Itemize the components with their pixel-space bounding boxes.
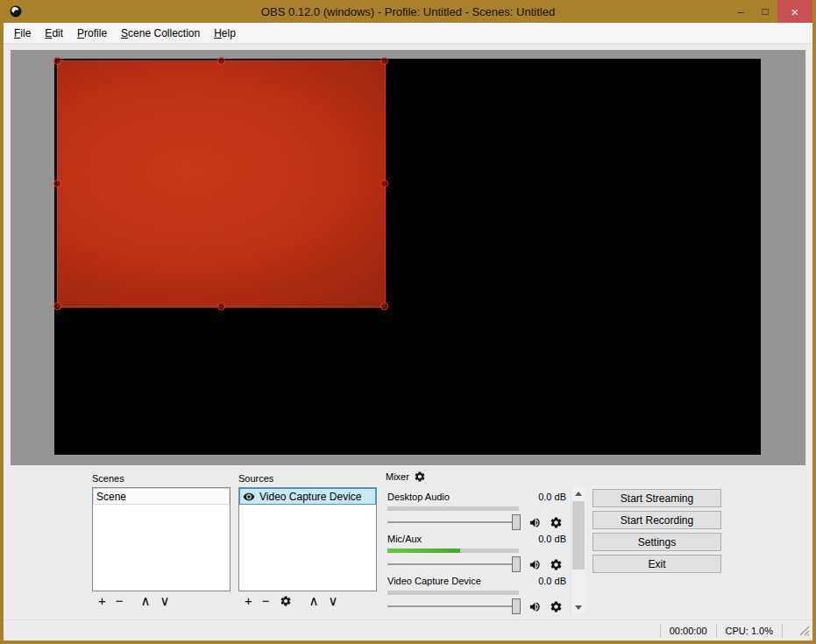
volume-meter [387, 548, 519, 553]
channel-level: 0.0 dB [538, 534, 566, 544]
mute-speaker-icon[interactable] [529, 516, 542, 529]
resize-handle-top-left[interactable] [53, 57, 61, 65]
mixer-settings-gear-icon[interactable] [414, 471, 426, 483]
scenes-label-text: Scenes [92, 473, 124, 484]
mixer-scrollbar[interactable] [571, 487, 585, 614]
scroll-down-arrow-icon[interactable] [571, 601, 585, 614]
remove-source-icon[interactable]: − [262, 595, 270, 607]
cpu-usage: CPU: 1.0% [726, 626, 773, 636]
minimize-button[interactable]: – [728, 0, 753, 23]
start-streaming-button[interactable]: Start Streaming [592, 489, 721, 507]
channel-settings-gear-icon[interactable] [550, 558, 563, 571]
move-source-up-icon[interactable]: ∧ [309, 595, 319, 607]
resize-handle-bottom-left[interactable] [53, 302, 61, 310]
start-recording-button[interactable]: Start Recording [592, 511, 721, 529]
resize-grip[interactable] [798, 625, 810, 636]
add-scene-icon[interactable]: + [98, 595, 106, 607]
statusbar-separator [716, 624, 717, 638]
menu-file[interactable]: File [7, 23, 38, 43]
channel-name: Mic/Aux [387, 534, 422, 544]
sources-toolbar: + − ∧ ∨ [238, 593, 338, 609]
menu-scene-collection[interactable]: Scene Collection [114, 23, 207, 43]
volume-slider-handle[interactable] [512, 556, 521, 572]
close-button[interactable]: × [777, 0, 812, 23]
statusbar-separator [782, 624, 783, 638]
mixer-label: Mixer [386, 471, 426, 483]
menubar: File Edit Profile Scene Collection Help [4, 23, 812, 44]
channel-level: 0.0 dB [538, 492, 566, 502]
menu-profile-label: Profile [77, 27, 107, 39]
exit-button[interactable]: Exit [592, 555, 721, 573]
resize-handle-middle-right[interactable] [380, 180, 388, 188]
source-properties-gear-icon[interactable] [280, 595, 292, 607]
scenes-list[interactable]: Scene [92, 487, 231, 591]
channel-settings-gear-icon[interactable] [550, 600, 563, 613]
volume-meter [387, 506, 519, 511]
volume-slider-handle[interactable] [512, 598, 521, 614]
source-name: Video Capture Device [259, 491, 362, 503]
bottom-dock: Scenes Scene + − ∧ ∨ Sources Video Captu… [4, 465, 812, 619]
sources-label: Sources [238, 472, 273, 485]
window-title: OBS 0.12.0 (windows) - Profile: Untitled… [4, 5, 812, 18]
mute-speaker-icon[interactable] [529, 600, 542, 613]
resize-handle-top-right[interactable] [380, 57, 388, 65]
mixer-channel-video-capture: Video Capture Device 0.0 dB [384, 575, 570, 615]
add-source-icon[interactable]: + [245, 595, 252, 607]
resize-handle-top-center[interactable] [217, 57, 225, 65]
scroll-up-arrow-icon[interactable] [571, 487, 585, 500]
volume-meter [387, 591, 519, 595]
channel-name: Video Capture Device [387, 576, 481, 586]
scrollbar-thumb[interactable] [572, 501, 585, 570]
resize-handle-bottom-center[interactable] [217, 302, 225, 310]
scenes-label: Scenes [92, 472, 124, 485]
mixer-channel-mic-aux: Mic/Aux 0.0 dB [384, 533, 570, 573]
scene-name: Scene [96, 491, 126, 503]
menu-scene-collection-label: Scene Collection [121, 27, 200, 39]
mixer-channel-desktop-audio: Desktop Audio 0.0 dB [384, 491, 570, 531]
resize-handle-bottom-right[interactable] [380, 302, 388, 310]
video-capture-source[interactable] [57, 60, 386, 308]
maximize-button[interactable]: □ [753, 0, 777, 23]
mixer-panel: Desktop Audio 0.0 dB [384, 487, 585, 614]
move-scene-up-icon[interactable]: ∧ [141, 595, 151, 607]
menu-help[interactable]: Help [207, 23, 243, 43]
statusbar: 00:00:00 CPU: 1.0% [4, 619, 812, 640]
statusbar-separator [660, 624, 661, 638]
sources-label-text: Sources [238, 473, 273, 484]
preview-area [11, 50, 805, 465]
window-controls: – □ × [728, 0, 812, 23]
move-scene-down-icon[interactable]: ∨ [160, 595, 170, 607]
menu-file-label: File [14, 27, 31, 39]
sources-list[interactable]: Video Capture Device [238, 487, 377, 591]
channel-level: 0.0 dB [538, 576, 566, 586]
menu-edit-label: Edit [45, 27, 63, 39]
obs-window: OBS 0.12.0 (windows) - Profile: Untitled… [0, 0, 816, 644]
channel-settings-gear-icon[interactable] [550, 516, 563, 529]
mixer-label-text: Mixer [386, 471, 409, 482]
remove-scene-icon[interactable]: − [116, 595, 124, 607]
menu-edit[interactable]: Edit [38, 23, 70, 43]
move-source-down-icon[interactable]: ∨ [329, 595, 338, 607]
channel-name: Desktop Audio [387, 492, 450, 502]
scenes-toolbar: + − ∧ ∨ [92, 593, 170, 609]
volume-slider[interactable] [387, 598, 521, 614]
recording-time: 00:00:00 [670, 626, 707, 636]
obs-app-icon [9, 4, 23, 18]
menu-profile[interactable]: Profile [70, 23, 114, 43]
titlebar[interactable]: OBS 0.12.0 (windows) - Profile: Untitled… [4, 0, 812, 23]
volume-slider[interactable] [387, 556, 521, 572]
volume-slider-handle[interactable] [512, 514, 521, 530]
volume-slider[interactable] [387, 514, 521, 530]
resize-handle-middle-left[interactable] [53, 180, 61, 188]
program-canvas[interactable] [54, 59, 761, 455]
source-list-item[interactable]: Video Capture Device [239, 488, 376, 505]
source-visibility-eye-icon[interactable] [243, 491, 255, 503]
menu-help-label: Help [214, 27, 236, 39]
settings-button[interactable]: Settings [592, 533, 721, 551]
scene-list-item[interactable]: Scene [93, 488, 230, 505]
mute-speaker-icon[interactable] [529, 558, 542, 571]
